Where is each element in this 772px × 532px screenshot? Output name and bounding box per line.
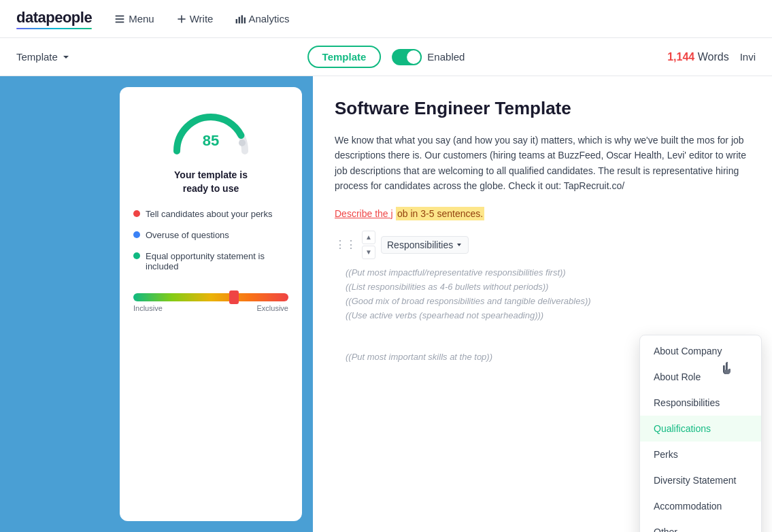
subnav-right: 1,144 Words Invi [667, 51, 756, 63]
section-header: ⋮⋮ ▲ ▼ Responsibilities [335, 231, 750, 259]
score-gauge: 85 [133, 103, 288, 158]
drag-handle-icon[interactable]: ⋮⋮ [335, 238, 356, 251]
checklist-item-eeo: Equal opportunity statement is included [133, 251, 288, 271]
enabled-toggle[interactable] [392, 49, 422, 65]
dropdown-item-about-company[interactable]: About Company [640, 338, 761, 364]
toggle-container: Enabled [392, 49, 465, 65]
dropdown-arrow-icon [456, 242, 463, 248]
main-layout: 85 Your template is ready to use Tell ca… [0, 76, 772, 532]
svg-rect-7 [241, 15, 243, 23]
checklist-item-perks: Tell candidates about your perks [133, 209, 288, 219]
score-card: 85 Your template is ready to use Tell ca… [120, 87, 302, 521]
svg-rect-8 [244, 17, 246, 23]
svg-text:85: 85 [203, 132, 219, 149]
top-navigation: datapeople Menu Write Analytics [0, 0, 772, 38]
dot-blue [133, 231, 140, 238]
write-button[interactable]: Write [176, 13, 214, 24]
sub-navigation: Template Template Enabled 1,144 Words In… [0, 38, 772, 76]
menu-button[interactable]: Menu [114, 13, 154, 25]
scroll-up-arrow[interactable]: ▲ [362, 231, 375, 244]
dropdown-item-about-role[interactable]: About Role [640, 364, 761, 390]
scroll-arrows-vertical: ▲ ▼ [362, 231, 375, 259]
score-card-area: 85 Your template is ready to use Tell ca… [109, 76, 313, 532]
analytics-icon [235, 14, 246, 24]
subnav-center: Template Enabled [307, 46, 465, 68]
dropdown-item-diversity[interactable]: Diversity Statement [640, 467, 761, 493]
template-dropdown[interactable]: Template [16, 51, 70, 63]
highlighted-text: ob in 3-5 sentences. [396, 207, 484, 220]
scroll-down-arrow[interactable]: ▼ [362, 246, 375, 259]
svg-rect-5 [236, 19, 237, 23]
analytics-button[interactable]: Analytics [235, 13, 289, 24]
content-area: Software Engineer Template We know that … [313, 76, 772, 532]
placeholder-text: Describe the j [335, 208, 393, 219]
dot-red [133, 210, 140, 217]
word-count: 1,144 Words [667, 51, 728, 63]
instruction-4: ((Use active verbs (spearhead not spearh… [346, 310, 750, 320]
dropdown-item-responsibilities[interactable]: Responsibilities [640, 390, 761, 416]
checklist: Tell candidates about your perks Overuse… [133, 209, 288, 271]
chevron-down-icon [62, 53, 70, 61]
content-title: Software Engineer Template [335, 98, 750, 119]
svg-point-10 [239, 139, 246, 146]
dropdown-item-accommodation[interactable]: Accommodation [640, 493, 761, 519]
instruction-2: ((List responsibilities as 4-6 bullets w… [346, 282, 750, 292]
inclusivity-bar: Inclusive Exclusive [133, 293, 288, 312]
dot-green [133, 252, 140, 259]
logo[interactable]: datapeople [16, 9, 92, 29]
instruction-3: ((Good mix of broad responsibilities and… [346, 296, 750, 306]
template-tab[interactable]: Template [307, 46, 382, 68]
plus-icon [176, 14, 187, 24]
gauge-svg: 85 [170, 103, 252, 158]
score-ready-text: Your template is ready to use [133, 169, 288, 195]
checklist-item-questions: Overuse of questions [133, 230, 288, 240]
content-body: We know that what you say (and how you s… [335, 133, 750, 194]
bar-track [133, 293, 288, 301]
dropdown-menu: About Company About Role Responsibilitie… [639, 335, 762, 532]
bar-thumb [229, 290, 239, 304]
svg-rect-6 [239, 16, 240, 23]
instruction-1: ((Put most impactful/representative resp… [346, 267, 750, 278]
bar-labels: Inclusive Exclusive [133, 304, 288, 312]
sidebar-area [0, 76, 109, 532]
menu-icon [114, 13, 126, 25]
dropdown-item-other[interactable]: Other [640, 519, 761, 532]
toggle-label: Enabled [427, 51, 465, 63]
responsibilities-dropdown[interactable]: Responsibilities [381, 236, 469, 254]
dropdown-item-perks[interactable]: Perks [640, 442, 761, 467]
dropdown-item-qualifications[interactable]: Qualifications [640, 416, 761, 442]
highlighted-row: Describe the j ob in 3-5 sentences. [335, 207, 750, 220]
invite-label: Invi [740, 51, 756, 63]
